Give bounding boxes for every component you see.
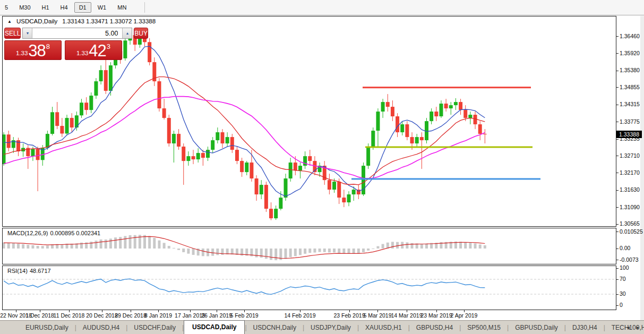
candle: [308, 156, 312, 161]
timeframe-5[interactable]: 5: [0, 2, 13, 13]
sell-price-pipette: 8: [46, 42, 50, 50]
macd-histogram-bar: [3, 243, 5, 249]
candle: [347, 194, 351, 202]
timeframe-H4[interactable]: H4: [56, 2, 73, 13]
timeframe-MN[interactable]: MN: [113, 2, 131, 13]
macd-histogram-bar: [308, 249, 311, 253]
volume-decrease-button[interactable]: ▼: [23, 28, 32, 38]
tab-eurusd-daily[interactable]: EURUSD,Daily: [19, 322, 75, 334]
tabs-scroll-left-icon[interactable]: ◄: [626, 325, 631, 330]
macd-histogram-bar: [362, 249, 365, 252]
rsi-indicator-panel[interactable]: RSI(14)48.6717: [2, 266, 616, 310]
macd-histogram-bar: [163, 243, 166, 249]
macd-indicator-panel[interactable]: MACD(12,26,9)0.000895 0.002341: [2, 228, 616, 264]
macd-axis-label: -0.0073: [620, 256, 639, 263]
candle: [376, 112, 380, 131]
date-axis-label: 23 Feb 2019: [334, 312, 365, 319]
price-chart-panel[interactable]: ▲ USDCAD,Daily 1.33143 1.33471 1.33072 1…: [2, 16, 616, 227]
macd-histogram-bar: [313, 249, 316, 253]
timeframe-D1[interactable]: D1: [74, 2, 91, 13]
candle: [148, 42, 151, 62]
one-click-trading-widget: SELL ▼ ▲ BUY 1.33 38 8 1.33 42 3: [4, 28, 122, 60]
macd-histogram-bar: [294, 249, 297, 256]
macd-histogram-bar: [270, 249, 272, 260]
macd-histogram-bar: [284, 249, 287, 259]
timeframe-H1[interactable]: H1: [37, 2, 54, 13]
macd-histogram-bar: [289, 249, 292, 257]
candle: [342, 198, 346, 202]
candle: [99, 70, 103, 81]
candle: [89, 96, 93, 110]
candle: [289, 162, 293, 178]
tab-dj30-h4[interactable]: DJ30,H4: [566, 322, 604, 334]
macd-histogram-bar: [41, 246, 44, 249]
collapse-panel-icon[interactable]: ▲: [7, 19, 12, 24]
candle: [70, 118, 74, 127]
candle: [478, 124, 482, 134]
timeframe-W1[interactable]: W1: [93, 2, 111, 13]
tabs-scroll-right-icon[interactable]: ►: [636, 325, 640, 330]
volume-increase-button[interactable]: ▲: [122, 28, 132, 38]
price-axis-label: 1.30565: [620, 220, 640, 227]
rsi-axis-label: 100: [620, 264, 629, 271]
macd-histogram-bar: [17, 244, 20, 249]
chart-title: ▲ USDCAD,Daily 1.33143 1.33471 1.33072 1…: [7, 18, 158, 24]
volume-input[interactable]: [32, 28, 122, 38]
candle: [230, 137, 234, 150]
tab-usdchf-daily[interactable]: USDCHF,Daily: [127, 322, 182, 334]
macd-histogram-bar: [420, 244, 423, 249]
tab-usdjpy-daily[interactable]: USDJPY,Daily: [304, 322, 357, 334]
macd-histogram-bar: [382, 244, 384, 249]
candle: [167, 118, 171, 143]
macd-histogram-bar: [304, 249, 306, 254]
candle: [192, 156, 195, 159]
macd-histogram-bar: [274, 249, 277, 260]
tab-gbpusd-daily[interactable]: GBPUSD,Daily: [509, 322, 564, 334]
candle: [36, 149, 40, 160]
sell-price-box[interactable]: 1.33 38 8: [4, 40, 62, 60]
candle: [386, 102, 390, 107]
macd-histogram-bar: [124, 236, 126, 249]
buy-price-pipette: 3: [107, 42, 110, 50]
price-axis-label: 1.35380: [620, 67, 640, 73]
tab-gbpusd-h4[interactable]: GBPUSD,H4: [410, 322, 459, 334]
candle: [279, 198, 282, 209]
macd-histogram-bar: [406, 242, 408, 249]
tab-audusd-h4[interactable]: AUDUSD,H4: [76, 322, 126, 334]
candle: [381, 102, 385, 112]
date-axis-label: 14 Feb 2019: [285, 312, 316, 319]
buy-button[interactable]: BUY: [134, 28, 148, 39]
macd-histogram-bar: [333, 249, 336, 252]
candle: [109, 65, 113, 91]
sell-button[interactable]: SELL: [4, 28, 21, 39]
macd-histogram-bar: [479, 244, 482, 249]
candle: [328, 180, 331, 190]
date-axis-tick: [464, 310, 465, 312]
candle: [483, 134, 487, 134]
tab-xauusd-h1[interactable]: XAUUSD,H1: [359, 322, 408, 334]
tab-usdcad-daily[interactable]: USDCAD,Daily: [184, 320, 245, 334]
tab-sp500-m15[interactable]: SP500,M15: [461, 322, 507, 334]
rsi-label: RSI(14)48.6717: [7, 268, 53, 274]
candle: [80, 102, 83, 115]
candle: [454, 102, 458, 105]
rsi-axis-label: 0: [620, 302, 623, 308]
candle: [55, 112, 59, 126]
macd-histogram-bar: [391, 242, 394, 249]
macd-histogram-bar: [148, 236, 151, 249]
timeframe-M30[interactable]: M30: [14, 2, 35, 13]
macd-histogram-bar: [342, 249, 345, 254]
macd-axis-label: 0.00: [620, 245, 630, 251]
macd-histogram-bar: [376, 246, 379, 249]
date-axis-tick: [377, 310, 378, 312]
candle: [211, 140, 214, 150]
chart-ohlc-values: 1.33143 1.33471 1.33072 1.33388: [62, 18, 156, 24]
candle: [172, 134, 176, 143]
buy-price-box[interactable]: 1.33 42 3: [65, 40, 122, 60]
macd-histogram-bar: [95, 241, 97, 249]
candle: [284, 178, 287, 198]
macd-axis-label: 0.010525: [620, 228, 643, 235]
tab-usdcnh-daily[interactable]: USDCNH,Daily: [247, 322, 303, 334]
candle: [162, 108, 166, 118]
macd-histogram-bar: [459, 242, 462, 249]
